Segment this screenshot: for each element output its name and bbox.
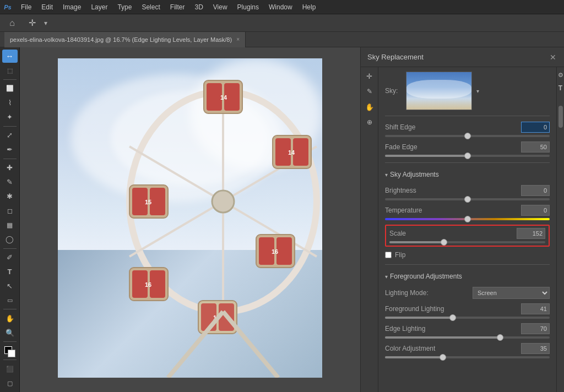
tab-close-btn[interactable]: ×	[236, 36, 240, 42]
sky-replacement-panel: Sky Replacement ✕ ✛ ✎ ✋ ⊕ Sky:	[360, 47, 564, 392]
brightness-thumb[interactable]	[464, 196, 471, 203]
brush-tool[interactable]: ✎	[2, 176, 18, 189]
flip-row: Flip	[385, 251, 550, 259]
brightness-slider[interactable]	[385, 198, 550, 200]
shift-edge-slider[interactable]	[385, 135, 550, 137]
eraser-tool[interactable]: ◻	[2, 204, 18, 217]
scrollbar-thumb[interactable]	[558, 106, 563, 128]
clone-stamp-tool[interactable]: ✱	[2, 190, 18, 203]
arrange-tool-btn[interactable]: ✛	[24, 15, 40, 31]
sky-adjustments-label: Sky Adjustments	[390, 171, 439, 178]
scale-section: Scale	[385, 225, 550, 247]
magic-wand-tool[interactable]: ✦	[2, 111, 18, 124]
transform-tool[interactable]: ⬚	[2, 64, 18, 77]
edge-lighting-slider[interactable]	[385, 336, 550, 339]
dodge-tool[interactable]: ◯	[2, 233, 18, 246]
color-adj-control: Color Adjustment	[385, 343, 550, 358]
menu-image[interactable]: Image	[58, 2, 85, 12]
flip-checkbox[interactable]	[385, 252, 392, 258]
fg-lighting-slider[interactable]	[385, 317, 550, 319]
menu-select[interactable]: Select	[137, 2, 164, 12]
sky-brush-tool[interactable]: ✎	[363, 85, 376, 98]
menu-view[interactable]: View	[209, 2, 232, 12]
menu-filter[interactable]: Filter	[166, 2, 189, 12]
dialog-title: Sky Replacement	[367, 53, 424, 61]
shift-edge-input[interactable]	[521, 122, 550, 133]
scale-slider[interactable]	[389, 241, 545, 243]
sky-zoom-tool[interactable]: ⊕	[363, 116, 376, 129]
sky-hand-tool[interactable]: ✋	[363, 100, 376, 113]
crop-tool[interactable]: ⤢	[2, 129, 18, 142]
menu-window[interactable]: Window	[264, 2, 297, 12]
main-area: ↔ ⬚ ⬜ ⌇ ✦ ⤢ ✒ ✚ ✎ ✱ ◻ ▦ ◯ ✐ T ↖ ▭ ✋ 🔍 ⬛ …	[0, 47, 564, 392]
color-adj-slider[interactable]	[385, 356, 550, 358]
menu-type[interactable]: Type	[113, 2, 136, 12]
sky-controls: Sky: ▾ Shift Edge	[378, 67, 556, 392]
scale-input[interactable]	[517, 228, 545, 239]
edge-lighting-thumb[interactable]	[497, 334, 503, 341]
fade-edge-input[interactable]	[521, 141, 550, 153]
fg-lighting-input[interactable]	[521, 303, 550, 314]
gradient-tool[interactable]: ▦	[2, 219, 18, 232]
path-select-tool[interactable]: ↖	[2, 279, 18, 292]
edge-lighting-input[interactable]	[521, 323, 550, 334]
separator-2	[3, 126, 17, 127]
temperature-thumb[interactable]	[464, 216, 471, 222]
right-panel-tool2[interactable]: T	[554, 81, 565, 95]
menu-3d[interactable]: 3D	[190, 2, 207, 12]
color-adj-input[interactable]	[521, 343, 550, 354]
move-tool-btn[interactable]: ⌂	[4, 15, 20, 31]
temperature-label: Temperature	[385, 206, 422, 214]
menu-edit[interactable]: Edit	[37, 2, 57, 12]
lighting-mode-select[interactable]: Screen Multiply Normal	[473, 287, 550, 299]
right-panel-tool1[interactable]: ⚙	[554, 68, 565, 81]
fg-lighting-thumb[interactable]	[449, 314, 456, 321]
move-tool[interactable]: ↔	[2, 50, 18, 63]
sky-move-tool[interactable]: ✛	[363, 69, 376, 83]
scale-label: Scale	[389, 230, 406, 237]
type-tool[interactable]: T	[2, 265, 18, 278]
svg-rect-12	[150, 188, 165, 215]
brightness-control: Brightness	[385, 185, 550, 200]
arrange-dropdown[interactable]: ▾	[44, 19, 47, 27]
foreground-color[interactable]	[2, 344, 18, 357]
temperature-slider[interactable]	[385, 218, 550, 220]
screen-mode-btn[interactable]: ▢	[2, 377, 18, 390]
separator-7	[3, 360, 17, 360]
eyedropper-tool[interactable]: ✒	[2, 143, 18, 156]
svg-line-29	[168, 312, 223, 378]
shift-edge-thumb[interactable]	[464, 133, 471, 139]
menu-plugins[interactable]: Plugins	[233, 2, 263, 12]
temperature-input[interactable]	[521, 205, 550, 216]
marquee-tool[interactable]: ⬜	[2, 82, 18, 95]
menu-layer[interactable]: Layer	[86, 2, 112, 12]
foreground-adj-header: ▾ Foreground Adjustments	[385, 270, 550, 282]
fade-edge-thumb[interactable]	[464, 153, 471, 159]
scale-header: Scale	[389, 228, 545, 239]
healing-brush-tool[interactable]: ✚	[2, 161, 18, 175]
svg-rect-15	[276, 237, 292, 265]
menu-file[interactable]: File	[17, 2, 36, 12]
document-tab[interactable]: pexels-elina-volkova-18403914.jpg @ 16.7…	[4, 32, 246, 47]
shape-tool[interactable]: ▭	[2, 293, 18, 307]
dialog-close-btn[interactable]: ✕	[549, 53, 557, 62]
pen-tool[interactable]: ✐	[2, 251, 18, 264]
color-adj-thumb[interactable]	[440, 354, 446, 361]
svg-text:14: 14	[220, 94, 227, 101]
scale-thumb[interactable]	[441, 239, 447, 246]
hand-tool[interactable]: ✋	[2, 312, 18, 325]
svg-text:15: 15	[145, 199, 151, 205]
menu-help[interactable]: Help	[298, 2, 321, 12]
brightness-input[interactable]	[521, 185, 550, 196]
fg-lighting-header: Foreground Lighting	[385, 303, 550, 314]
quick-mask-tool[interactable]: ⬛	[2, 362, 18, 375]
shift-edge-header: Shift Edge	[385, 122, 550, 133]
sky-thumbnail-container[interactable]	[406, 72, 472, 110]
fade-edge-slider[interactable]	[385, 155, 550, 157]
sky-dropdown-arrow[interactable]: ▾	[476, 88, 479, 94]
zoom-tool[interactable]: 🔍	[2, 326, 18, 339]
lasso-tool[interactable]: ⌇	[2, 96, 18, 110]
color-adj-label: Color Adjustment	[385, 345, 435, 352]
svg-text:14: 14	[288, 149, 295, 156]
svg-point-28	[212, 190, 234, 213]
